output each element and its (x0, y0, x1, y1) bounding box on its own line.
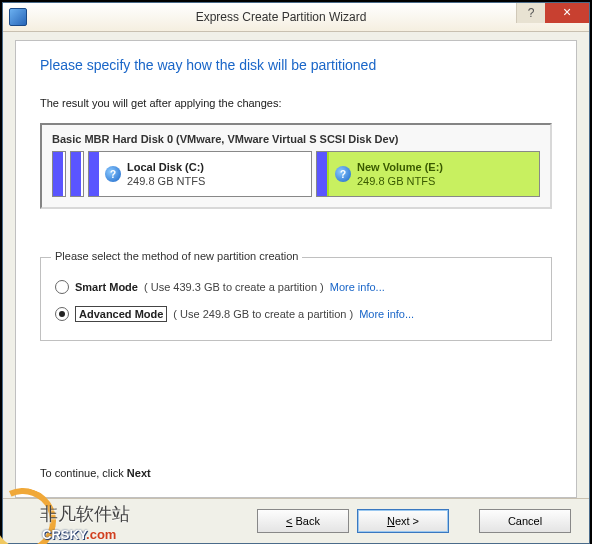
advanced-mode-desc: ( Use 249.8 GB to create a partition ) (173, 308, 353, 320)
volume-help-icon: ? (105, 166, 121, 182)
next-button[interactable]: Next > (357, 509, 449, 533)
result-label: The result you will get after applying t… (40, 97, 552, 109)
partition-reserved-2 (70, 151, 84, 197)
wizard-panel: Please specify the way how the disk will… (15, 40, 577, 498)
help-button[interactable]: ? (516, 3, 545, 23)
dialog-window: Express Create Partition Wizard ? × Plea… (2, 2, 590, 544)
partition-stripe-icon (53, 152, 63, 196)
partition-bar: ? Local Disk (C:) 249.8 GB NTFS ? (52, 151, 540, 197)
smart-mode-radio[interactable] (55, 280, 69, 294)
partition-stripe-icon (71, 152, 81, 196)
advanced-mode-more-link[interactable]: More info... (359, 308, 414, 320)
smart-mode-row[interactable]: Smart Mode ( Use 439.3 GB to create a pa… (55, 280, 537, 294)
close-button[interactable]: × (545, 3, 589, 23)
continue-prefix: To continue, click (40, 467, 127, 479)
partition-name: Local Disk (C:) (127, 160, 205, 174)
smart-mode-more-link[interactable]: More info... (330, 281, 385, 293)
continue-bold: Next (127, 467, 151, 479)
disk-title: Basic MBR Hard Disk 0 (VMware, VMware Vi… (52, 133, 540, 145)
advanced-mode-row[interactable]: Advanced Mode ( Use 249.8 GB to create a… (55, 306, 537, 322)
advanced-mode-label: Advanced Mode (75, 306, 167, 322)
partition-reserved-1 (52, 151, 66, 197)
partition-e-new[interactable]: ? New Volume (E:) 249.8 GB NTFS (316, 151, 540, 197)
partition-stripe-icon (317, 152, 329, 196)
cancel-button[interactable]: Cancel (479, 509, 571, 533)
smart-mode-label: Smart Mode (75, 281, 138, 293)
partition-stripe-icon (89, 152, 99, 196)
button-bar: < Back Next > Cancel (3, 498, 589, 543)
method-legend: Please select the method of new partitio… (51, 250, 302, 262)
partition-size: 249.8 GB NTFS (127, 174, 205, 188)
page-heading: Please specify the way how the disk will… (40, 57, 552, 73)
back-button[interactable]: < Back (257, 509, 349, 533)
advanced-mode-radio[interactable] (55, 307, 69, 321)
partition-c[interactable]: ? Local Disk (C:) 249.8 GB NTFS (88, 151, 312, 197)
partition-name: New Volume (E:) (357, 160, 443, 174)
method-fieldset: Please select the method of new partitio… (40, 257, 552, 341)
disk-preview: Basic MBR Hard Disk 0 (VMware, VMware Vi… (40, 123, 552, 209)
partition-size: 249.8 GB NTFS (357, 174, 443, 188)
smart-mode-desc: ( Use 439.3 GB to create a partition ) (144, 281, 324, 293)
app-icon (9, 8, 27, 26)
client-area: Please specify the way how the disk will… (3, 32, 589, 506)
titlebar: Express Create Partition Wizard ? × (3, 3, 589, 32)
volume-help-icon: ? (335, 166, 351, 182)
window-title: Express Create Partition Wizard (33, 10, 529, 24)
continue-hint: To continue, click Next (40, 467, 151, 479)
